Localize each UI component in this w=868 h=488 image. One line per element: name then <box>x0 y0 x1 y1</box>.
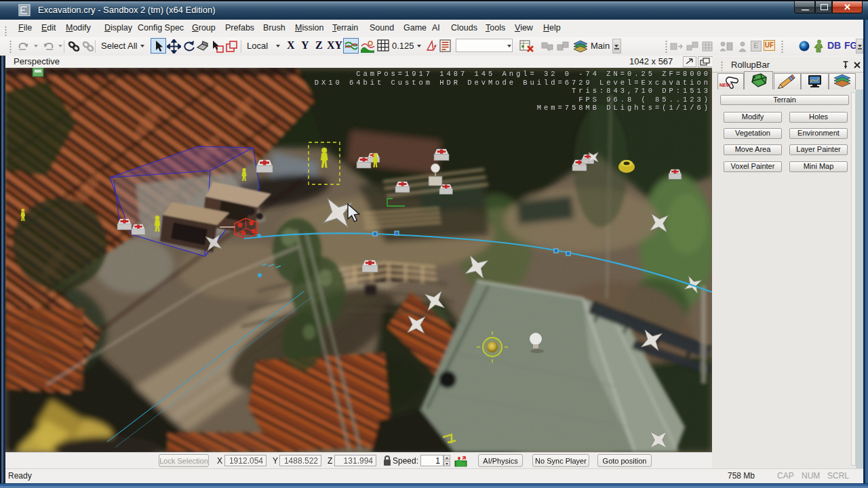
svg-text:NEW: NEW <box>719 83 731 87</box>
